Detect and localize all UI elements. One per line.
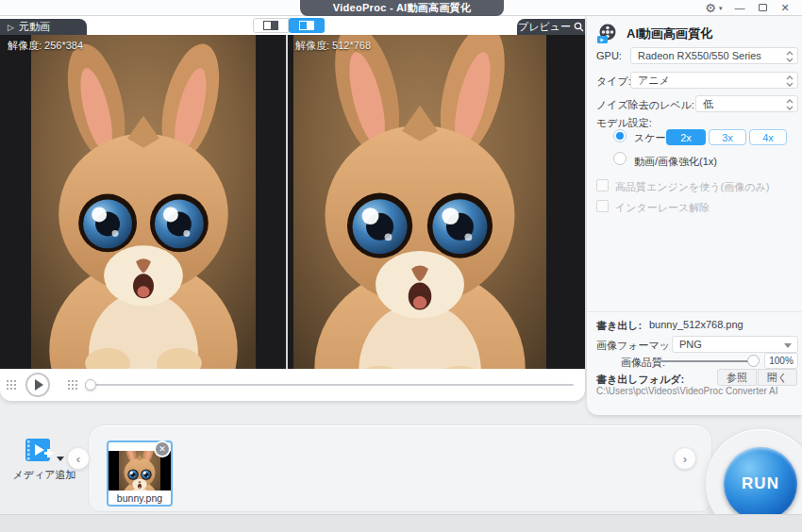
browse-button[interactable]: 参照 bbox=[717, 369, 757, 386]
split-view-icon bbox=[263, 21, 278, 30]
tab-source-video[interactable]: ▷ 元動画 bbox=[0, 19, 87, 35]
scroll-left-button[interactable]: ‹ bbox=[67, 447, 90, 470]
settings-divider bbox=[587, 311, 802, 312]
noise-label: ノイズ除去のレベル: bbox=[596, 98, 694, 112]
toggle-side-by-side-view[interactable] bbox=[289, 18, 325, 33]
original-image-pane: 解像度: 256*384 bbox=[0, 35, 286, 369]
magnifier-icon bbox=[574, 22, 584, 32]
minimize-button[interactable]: — bbox=[728, 0, 751, 16]
add-media-label: メディア追加 bbox=[8, 468, 81, 482]
ai-enhance-icon bbox=[596, 24, 619, 44]
export-filename: bunny_512x768.png bbox=[649, 319, 744, 330]
type-select[interactable]: アニメ bbox=[630, 72, 798, 89]
media-thumbnail[interactable]: ✕ bunny.png bbox=[107, 441, 173, 507]
enhanced-image-pane: 解像度: 512*768 bbox=[288, 35, 585, 369]
close-button[interactable]: ✕ bbox=[774, 0, 796, 16]
scroll-right-button[interactable]: › bbox=[674, 447, 696, 470]
gpu-value: Radeon RX550/550 Series bbox=[638, 50, 761, 61]
tab-preview[interactable]: プレビュー bbox=[517, 19, 585, 35]
play-outline-icon: ▷ bbox=[8, 23, 14, 32]
export-folder-label: 書き出しフォルダ: bbox=[596, 373, 684, 387]
gpu-select[interactable]: Radeon RX550/550 Series bbox=[630, 47, 798, 64]
enhance-radio[interactable] bbox=[613, 152, 627, 165]
play-button[interactable] bbox=[25, 373, 50, 397]
preview-tab-strip: ▷ 元動画 プレビュー bbox=[0, 16, 585, 35]
scale-2x-button[interactable]: 2x bbox=[666, 129, 706, 145]
model-settings-label: モデル設定: bbox=[596, 116, 652, 130]
side-by-side-icon bbox=[299, 21, 314, 30]
hq-engine-checkbox[interactable] bbox=[596, 179, 609, 191]
export-folder-path: C:\Users\pc\Videos\VideoProc Converter A… bbox=[596, 386, 778, 396]
seek-track[interactable] bbox=[94, 384, 574, 386]
open-folder-button[interactable]: 開く bbox=[758, 369, 797, 386]
source-tab-label: 元動画 bbox=[19, 20, 50, 34]
gpu-label: GPU: bbox=[596, 50, 622, 61]
compare-view-toggles bbox=[253, 18, 325, 33]
original-resolution-label: 解像度: 256*384 bbox=[8, 39, 83, 53]
type-value: アニメ bbox=[638, 74, 670, 88]
app-window: VideoProc - AI動画高画質化 ⚙ ▾ — ✕ ▷ 元動画 プレビュー bbox=[0, 0, 802, 532]
settings-panel: AI動画高画質化 GPU: Radeon RX550/550 Series タイ… bbox=[587, 16, 802, 415]
gear-caret-icon[interactable]: ▾ bbox=[719, 5, 728, 12]
quality-value: 100% bbox=[764, 353, 798, 369]
window-title: VideoProc - AI動画高画質化 bbox=[300, 0, 504, 16]
scale-4x-button[interactable]: 4x bbox=[749, 129, 787, 145]
thumbnail-filename: bunny.png bbox=[109, 492, 171, 504]
format-value: PNG bbox=[679, 339, 702, 350]
media-tray bbox=[88, 424, 712, 512]
hq-engine-label: 高品質エンジンを使う(画像のみ) bbox=[615, 180, 769, 194]
format-select[interactable]: PNG bbox=[672, 336, 798, 353]
deinterlace-checkbox[interactable] bbox=[596, 200, 609, 212]
settings-title: AI動画高画質化 bbox=[627, 25, 712, 42]
seek-knob[interactable] bbox=[85, 379, 96, 391]
toggle-split-view[interactable] bbox=[253, 18, 289, 33]
updown-icon bbox=[786, 98, 794, 111]
caret-down-icon bbox=[784, 343, 792, 348]
quality-slider-track[interactable] bbox=[660, 360, 755, 362]
noise-value: 低 bbox=[703, 97, 713, 111]
seek-bar[interactable] bbox=[85, 378, 574, 391]
player-controls bbox=[0, 373, 585, 397]
export-label: 書き出し: bbox=[596, 319, 642, 333]
quality-label: 画像品質: bbox=[621, 356, 665, 370]
enhanced-bunny-image bbox=[293, 35, 546, 369]
bottom-strip bbox=[0, 514, 802, 532]
add-media-icon bbox=[25, 438, 55, 464]
play-icon bbox=[35, 379, 43, 391]
comparison-viewer: 解像度: 256*384 解像度: 512*768 bbox=[0, 35, 585, 369]
add-media-caret-icon bbox=[57, 457, 64, 461]
enhanced-resolution-label: 解像度: 512*768 bbox=[295, 39, 371, 53]
enhance-label: 動画/画像強化(1x) bbox=[634, 155, 717, 169]
preview-tab-label: プレビュー bbox=[518, 20, 571, 34]
gear-icon[interactable]: ⚙ bbox=[702, 0, 719, 16]
grid-handle-icon[interactable] bbox=[6, 379, 18, 391]
deinterlace-label: インターレース解除 bbox=[615, 201, 710, 215]
original-bunny-image bbox=[31, 35, 256, 369]
noise-select[interactable]: 低 bbox=[695, 95, 798, 112]
remove-media-icon[interactable]: ✕ bbox=[156, 442, 169, 456]
format-label: 画像フォーマット: bbox=[596, 339, 683, 353]
scale-radio[interactable] bbox=[613, 129, 627, 142]
maximize-button[interactable] bbox=[751, 0, 774, 16]
updown-icon bbox=[786, 75, 794, 88]
grid-handle-icon[interactable] bbox=[67, 379, 79, 391]
run-button[interactable]: RUN bbox=[724, 447, 797, 521]
updown-icon bbox=[786, 50, 794, 63]
thumbnail-image-area bbox=[109, 451, 171, 490]
maximize-icon bbox=[759, 4, 767, 11]
scale-3x-button[interactable]: 3x bbox=[709, 129, 746, 145]
preview-panel: ▷ 元動画 プレビュー 解像度: 256*384 bbox=[0, 16, 585, 401]
titlebar: VideoProc - AI動画高画質化 ⚙ ▾ — ✕ bbox=[0, 0, 802, 16]
type-label: タイプ: bbox=[596, 75, 631, 89]
quality-slider-knob[interactable] bbox=[747, 355, 760, 367]
thumbnail-bunny-image bbox=[119, 451, 160, 490]
